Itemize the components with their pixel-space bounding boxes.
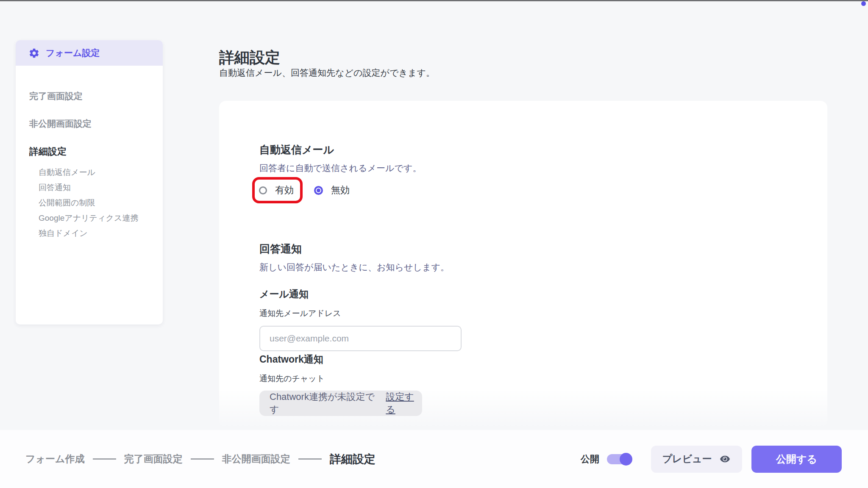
chatwork-status-badge: Chatwork連携が未設定です 設定する (259, 391, 422, 416)
chatwork-notification-heading: Chatwork通知 (259, 353, 827, 365)
top-border (0, 0, 868, 1)
sidebar-title: フォーム設定 (46, 47, 100, 59)
footer-bar: フォーム作成 完了画面設定 非公開画面設定 詳細設定 公開 プレビュー (0, 430, 868, 488)
preview-button-label: プレビュー (662, 452, 712, 466)
publish-toggle[interactable] (607, 454, 632, 465)
sidebar-subnav: 自動返信メール 回答通知 公開範囲の制限 Googleアナリティクス連携 独自ド… (29, 168, 163, 237)
sidebar-subitem-visibility-limit[interactable]: 公開範囲の制限 (39, 199, 163, 207)
sidebar-subitem-auto-reply[interactable]: 自動返信メール (39, 168, 163, 176)
step-private-screen[interactable]: 非公開画面設定 (222, 452, 290, 466)
sidebar-item-completion-screen[interactable]: 完了画面設定 (29, 90, 163, 102)
answer-notification-heading: 回答通知 (259, 242, 827, 255)
sidebar-nav: 完了画面設定 非公開画面設定 詳細設定 自動返信メール 回答通知 公開範囲の制限… (16, 66, 163, 237)
email-field-label: 通知先メールアドレス (259, 308, 827, 319)
step-connector (93, 458, 116, 460)
chatwork-field-label: 通知先のチャット (259, 374, 827, 384)
recording-dot (861, 1, 866, 6)
toggle-knob (620, 453, 632, 466)
eye-icon (719, 454, 731, 464)
footer-actions: 公開 プレビュー 公開する (581, 430, 842, 488)
step-form-creation[interactable]: フォーム作成 (25, 452, 85, 466)
auto-reply-description: 回答者に自動で送信されるメールです。 (259, 162, 827, 174)
email-notification-heading: メール通知 (259, 288, 827, 300)
sidebar-subitem-answer-notification[interactable]: 回答通知 (39, 183, 163, 191)
chatwork-setup-link[interactable]: 設定する (386, 391, 422, 416)
radio-option-disabled-label: 無効 (331, 184, 350, 197)
breadcrumb-steps: フォーム作成 完了画面設定 非公開画面設定 詳細設定 (25, 430, 376, 488)
sidebar-subitem-google-analytics[interactable]: Googleアナリティクス連携 (39, 214, 163, 222)
publish-toggle-label: 公開 (581, 453, 599, 466)
preview-button[interactable]: プレビュー (651, 446, 742, 473)
sidebar-subitem-custom-domain[interactable]: 独自ドメイン (39, 229, 163, 237)
publish-button[interactable]: 公開する (751, 446, 842, 473)
sidebar-item-advanced-settings[interactable]: 詳細設定 (29, 145, 163, 158)
radio-unselected-icon[interactable] (259, 186, 267, 194)
gear-icon (28, 47, 40, 59)
notification-email-input[interactable] (259, 326, 462, 351)
radio-selected-icon[interactable] (314, 186, 323, 195)
step-connector (191, 458, 214, 460)
step-advanced-settings[interactable]: 詳細設定 (330, 452, 376, 467)
radio-option-disabled[interactable]: 無効 (314, 184, 350, 197)
page-subtitle: 自動返信メール、回答通知先などの設定ができます。 (219, 67, 435, 79)
auto-reply-radio-group: 有効 無効 (259, 178, 827, 202)
form-settings-page: フォーム設定 完了画面設定 非公開画面設定 詳細設定 自動返信メール 回答通知 … (0, 0, 868, 488)
auto-reply-heading: 自動返信メール (259, 143, 827, 156)
answer-notification-description: 新しい回答が届いたときに、お知らせします。 (259, 261, 827, 273)
chatwork-status-text: Chatwork連携が未設定です (270, 391, 380, 416)
sidebar-header: フォーム設定 (16, 40, 163, 66)
step-completion-screen[interactable]: 完了画面設定 (124, 452, 183, 466)
step-connector (298, 458, 322, 460)
sidebar-item-private-screen[interactable]: 非公開画面設定 (29, 118, 163, 130)
radio-option-enabled[interactable]: 有効 (259, 184, 294, 197)
settings-panel: 自動返信メール 回答者に自動で送信されるメールです。 有効 無効 回答通知 新し… (219, 101, 827, 428)
highlight-box: 有効 (252, 177, 303, 203)
page-title: 詳細設定 (219, 47, 280, 68)
radio-option-enabled-label: 有効 (275, 184, 294, 197)
settings-sidebar: フォーム設定 完了画面設定 非公開画面設定 詳細設定 自動返信メール 回答通知 … (16, 40, 163, 324)
